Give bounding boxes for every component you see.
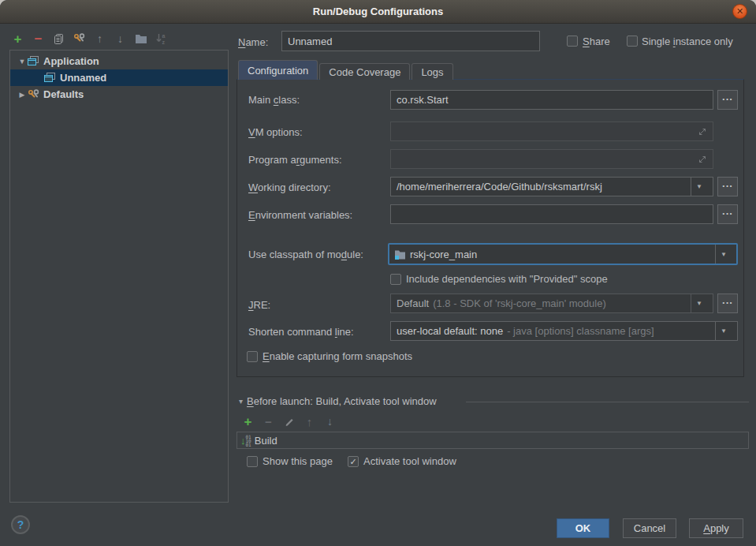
show-this-page-checkbox[interactable]: ✓	[247, 456, 258, 467]
settings-wrench-icon	[73, 32, 86, 45]
main-class-label: Main class:	[248, 94, 300, 106]
jre-combo[interactable]: Default (1.8 - SDK of 'rskj-core_main' m…	[390, 294, 713, 313]
build-icon: ↓ 01 10 01	[240, 435, 251, 447]
expand-field-icon	[698, 127, 707, 136]
before-launch-toolbar: + − ↑ ↓	[241, 415, 337, 428]
dropdown-arrow-icon[interactable]: ▼	[715, 322, 732, 340]
tree-item-application[interactable]: ▼ Application	[10, 53, 228, 69]
dropdown-arrow-icon[interactable]: ▼	[691, 178, 707, 196]
activate-tool-window-label: Activate tool window	[363, 455, 456, 467]
use-classpath-label: Use classpath of module:	[248, 249, 363, 260]
main-class-field[interactable]: co.rsk.Start	[390, 90, 713, 110]
before-launch-title: Before launch: Build, Activate tool wind…	[247, 395, 437, 407]
jre-browse-button[interactable]: ...	[717, 294, 738, 313]
tree-item-label: Application	[43, 55, 99, 67]
edit-task-button[interactable]	[282, 414, 296, 428]
tree-item-defaults[interactable]: ▶ Defaults	[10, 86, 228, 103]
check-icon: ✓	[349, 458, 356, 466]
environment-variables-label: Environment variables:	[248, 209, 352, 221]
tree-item-label: Unnamed	[60, 72, 106, 84]
program-arguments-label: Program arguments:	[248, 154, 342, 166]
add-icon: +	[14, 32, 22, 46]
before-launch-task-build[interactable]: ↓ 01 10 01 Build	[236, 432, 749, 449]
svg-text:z: z	[162, 39, 165, 45]
help-icon: ?	[17, 518, 24, 531]
shorten-command-line-label: Shorten command line:	[248, 326, 354, 338]
include-dependencies-label: Include dependencies with "Provided" sco…	[406, 273, 608, 285]
move-down-button[interactable]: ↓	[114, 32, 127, 46]
shorten-command-line-combo[interactable]: user-local default: none - java [options…	[390, 321, 738, 341]
share-checkbox[interactable]: ✓	[567, 36, 578, 47]
vm-options-label: VM options:	[248, 126, 303, 138]
tree-item-unnamed[interactable]: Unnamed	[10, 69, 228, 86]
share-label: Share	[583, 36, 610, 47]
cancel-button[interactable]: Cancel	[623, 518, 676, 538]
add-configuration-button[interactable]: +	[11, 32, 24, 46]
environment-variables-field[interactable]	[390, 204, 713, 224]
vm-options-field[interactable]	[390, 122, 713, 141]
move-task-up-button[interactable]: ↑	[303, 414, 316, 428]
working-directory-label: Working directory:	[248, 181, 331, 193]
move-up-icon: ↑	[97, 33, 102, 44]
apply-button[interactable]: Apply	[689, 518, 743, 538]
before-launch-separator	[466, 402, 749, 402]
tab-logs[interactable]: Logs	[412, 63, 452, 80]
program-arguments-field[interactable]	[390, 149, 713, 169]
configurations-toolbar: + − ↑ ↓ az	[11, 31, 168, 47]
ok-button[interactable]: OK	[557, 518, 609, 538]
settings-wrench-icon	[28, 88, 40, 101]
task-label: Build	[255, 435, 277, 447]
close-button[interactable]: ✕	[732, 4, 747, 19]
show-this-page-label: Show this page	[263, 455, 333, 467]
tree-collapsed-icon[interactable]: ▶	[17, 91, 28, 99]
sort-configurations-button[interactable]: az	[155, 32, 168, 46]
dropdown-arrow-icon[interactable]: ▼	[691, 294, 707, 312]
close-icon: ✕	[736, 7, 743, 16]
remove-icon: −	[35, 32, 43, 46]
add-icon: +	[244, 415, 252, 428]
config-tabs: Configuration Code Coverage Logs	[238, 60, 455, 80]
tab-configuration[interactable]: Configuration	[238, 60, 318, 80]
environment-variables-browse-button[interactable]: ...	[717, 204, 738, 224]
titlebar: Run/Debug Configurations ✕	[0, 0, 756, 24]
edit-defaults-button[interactable]	[73, 32, 86, 46]
tree-item-label: Defaults	[43, 88, 84, 100]
tree-expanded-icon[interactable]: ▼	[17, 58, 28, 65]
dropdown-arrow-icon[interactable]: ▼	[715, 245, 732, 264]
main-class-browse-button[interactable]: ...	[717, 90, 738, 110]
remove-task-button[interactable]: −	[262, 414, 275, 428]
application-icon	[28, 56, 39, 66]
enable-capturing-checkbox[interactable]: ✓	[247, 351, 258, 362]
remove-icon: −	[265, 416, 272, 428]
single-instance-checkbox[interactable]: ✓	[627, 36, 638, 47]
working-directory-combo[interactable]: /home/meriherrera/Code/Github/rsksmart/r…	[390, 177, 713, 196]
move-up-icon: ↑	[307, 416, 313, 428]
copy-configuration-button[interactable]	[52, 32, 65, 46]
move-task-down-button[interactable]: ↓	[323, 414, 337, 428]
include-dependencies-checkbox[interactable]: ✓	[390, 274, 401, 285]
copy-icon	[53, 33, 65, 45]
create-folder-button[interactable]	[134, 32, 147, 46]
use-classpath-combo[interactable]: rskj-core_main ▼	[388, 243, 738, 265]
name-input[interactable]	[281, 31, 540, 51]
run-debug-configurations-dialog: Run/Debug Configurations ✕ + − ↑ ↓ az ▼ …	[0, 0, 756, 546]
folder-icon	[135, 33, 147, 44]
section-collapse-icon[interactable]: ▾	[239, 397, 243, 406]
remove-configuration-button[interactable]: −	[32, 32, 45, 46]
help-button[interactable]: ?	[11, 515, 30, 534]
application-icon	[44, 73, 56, 83]
edit-pencil-icon	[284, 416, 295, 427]
tab-code-coverage[interactable]: Code Coverage	[319, 63, 410, 80]
expand-field-icon	[698, 155, 707, 164]
activate-tool-window-checkbox[interactable]: ✓	[348, 456, 359, 467]
configurations-tree: ▼ Application Unnamed ▶ Defaults	[9, 50, 229, 503]
move-up-button[interactable]: ↑	[93, 32, 106, 46]
working-directory-browse-button[interactable]: ...	[717, 177, 738, 196]
sort-alpha-icon: az	[155, 32, 168, 45]
enable-capturing-label: Enable capturing form snapshots	[263, 350, 412, 362]
add-task-button[interactable]: +	[241, 414, 255, 428]
move-down-icon: ↓	[117, 33, 123, 44]
module-icon	[394, 249, 406, 260]
jre-label: JRE:	[248, 299, 270, 311]
before-launch-header[interactable]: ▾ Before launch: Build, Activate tool wi…	[239, 395, 437, 407]
